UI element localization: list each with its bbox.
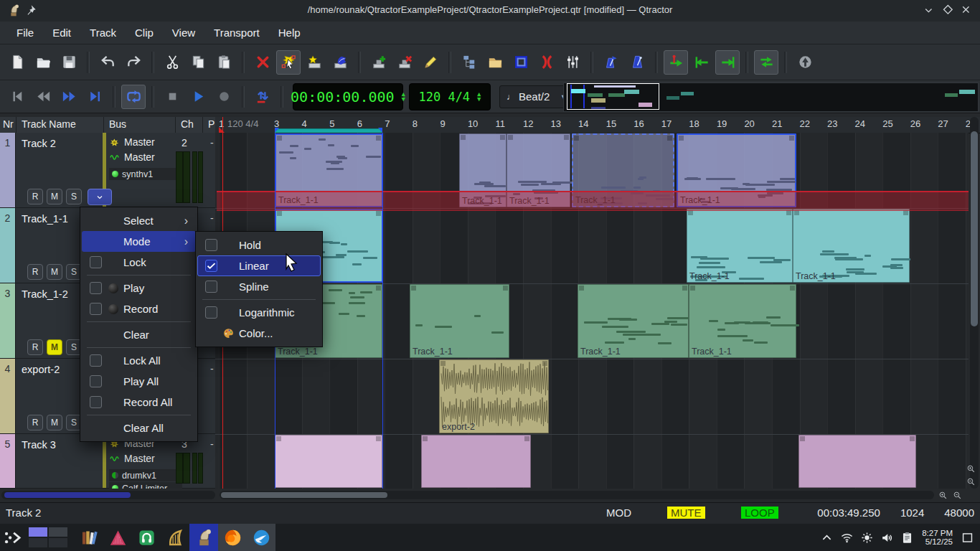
track-mute-button[interactable]: M — [47, 339, 62, 355]
clip[interactable] — [421, 435, 531, 488]
tempo-display[interactable]: 120 4/4 ▲▼ — [409, 83, 491, 110]
timeline-ruler[interactable]: 1120 4/434567891011121314151617181920212… — [215, 117, 980, 133]
automation-menu-item-lock-all[interactable]: Lock All — [82, 350, 196, 371]
automation-menu-item-play-all[interactable]: Play All — [82, 371, 196, 392]
copy-button[interactable] — [186, 50, 210, 75]
mode-submenu-item-spline[interactable]: Spline — [197, 276, 321, 297]
timeline-hscrollbar[interactable] — [220, 491, 934, 499]
track-plugin[interactable]: drumkv1 — [109, 469, 182, 481]
clip[interactable]: Track_1-1 — [687, 209, 793, 283]
taskbar-app-ardour-icon[interactable] — [103, 524, 132, 551]
checked-checkbox[interactable] — [205, 260, 217, 272]
view-meter-strips-button[interactable] — [560, 50, 585, 75]
session-overview-minimap[interactable] — [563, 83, 979, 112]
timeline-area[interactable]: Track_1-1Track_1-1Track_1-1Track_1-1Trac… — [215, 133, 969, 489]
clip[interactable]: Track_1-1 — [578, 284, 689, 358]
mode-submenu-item-logarithmic[interactable]: Logarithmic — [197, 302, 321, 323]
time-display[interactable]: 00:00:00.000 ▲▼ — [293, 83, 403, 110]
track-automation-dropdown[interactable] — [88, 189, 112, 205]
menu-clip[interactable]: Clip — [126, 24, 163, 42]
save-file-button[interactable] — [57, 50, 81, 75]
track-record-button[interactable]: R — [27, 415, 43, 430]
menu-view[interactable]: View — [163, 24, 204, 42]
track-record-button[interactable]: R — [27, 189, 43, 204]
undo-button[interactable] — [95, 50, 120, 75]
plugin-led-icon[interactable] — [112, 472, 118, 479]
track-solo-button[interactable]: S — [66, 189, 82, 204]
tray-wifi-icon[interactable] — [840, 531, 854, 545]
mode-submenu-item-hold[interactable]: Hold — [197, 235, 321, 255]
timeline-hscrollbar-thumb[interactable] — [221, 492, 387, 498]
view-files-button[interactable] — [457, 50, 481, 75]
track-row-track-2[interactable]: 1Track 2MasterMastersynthv12-RMS — [0, 133, 215, 208]
vzoom-in-button[interactable] — [965, 463, 977, 474]
automation-menu-item-clear[interactable]: Clear — [82, 324, 196, 345]
automation-menu-item-play[interactable]: Play — [82, 278, 196, 298]
checkbox[interactable] — [90, 396, 102, 408]
tray-volume-icon[interactable] — [880, 531, 894, 545]
taskbar-app-calibre-icon[interactable] — [75, 524, 103, 551]
taskbar-app-music-player-green-icon[interactable] — [132, 524, 161, 551]
menu-help[interactable]: Help — [269, 24, 310, 42]
rewind-button[interactable] — [31, 85, 55, 109]
app-launcher-icon[interactable] — [0, 524, 24, 551]
menu-transport[interactable]: Transport — [204, 24, 269, 42]
punch-set-button[interactable] — [664, 50, 688, 75]
panel-hscrollbar-thumb[interactable] — [4, 492, 131, 498]
automation-menu-item-lock[interactable]: Lock — [82, 252, 196, 273]
clip-new-button[interactable] — [302, 50, 326, 75]
menu-edit[interactable]: Edit — [43, 24, 80, 42]
track-record-button[interactable]: R — [27, 264, 43, 280]
track-plugin[interactable]: Calf Limiter — [109, 482, 182, 489]
taskbar-app-falkon-icon[interactable] — [247, 524, 275, 551]
loop-end-marker[interactable] — [378, 128, 382, 133]
automation-menu-item-select[interactable]: Select› — [82, 210, 196, 231]
clip[interactable] — [798, 435, 916, 488]
loop-start-marker[interactable] — [275, 128, 279, 133]
checkbox[interactable] — [90, 375, 102, 387]
track-mute-button[interactable]: M — [47, 415, 62, 430]
column-header-nr[interactable]: Nr — [3, 118, 14, 130]
checkbox[interactable] — [90, 303, 102, 315]
vertical-scrollbar-thumb[interactable] — [971, 131, 978, 326]
taskbar-clock[interactable]: 8:27 PM 5/12/25 — [922, 529, 953, 547]
mode-submenu-item-color-[interactable]: Color... — [197, 323, 321, 344]
loop-toggle-button[interactable] — [121, 85, 146, 109]
metronome-button[interactable] — [625, 50, 649, 75]
clip-navigate-button[interactable] — [328, 50, 352, 75]
column-header-track-name[interactable]: Track Name — [22, 118, 76, 130]
checkbox[interactable] — [205, 239, 217, 251]
auto-backward-button[interactable] — [250, 85, 275, 109]
checkbox[interactable] — [205, 281, 217, 293]
clip[interactable] — [275, 435, 382, 488]
menu-file[interactable]: File — [7, 24, 43, 42]
show-desktop-button[interactable] — [961, 531, 974, 545]
hzoom-in-button[interactable] — [937, 489, 949, 501]
loop-start-button[interactable] — [689, 50, 714, 75]
track-row-track-3[interactable]: 5Track 3MasterMasterdrumkv1Calf Limiter3… — [0, 434, 215, 489]
play-button[interactable] — [186, 85, 210, 109]
column-header-ch[interactable]: Ch — [181, 118, 194, 130]
panel-hscrollbar[interactable] — [1, 491, 215, 499]
tempo-spinner[interactable]: ▲▼ — [477, 92, 481, 102]
automation-menu-item-record-all[interactable]: Record All — [82, 392, 196, 413]
taskbar-app-qtractor-icon[interactable] — [189, 524, 218, 551]
tray-caret-up-icon[interactable] — [820, 531, 834, 545]
track-properties-button[interactable] — [418, 50, 443, 75]
playhead-flag[interactable] — [219, 127, 225, 133]
record-button[interactable] — [212, 85, 236, 109]
vzoom-out-button[interactable] — [965, 476, 977, 487]
minimize-button[interactable] — [923, 4, 937, 18]
cut-button[interactable] — [160, 50, 184, 75]
loop-set-button[interactable] — [754, 50, 778, 75]
track-mute-button[interactable]: M — [47, 189, 62, 204]
automation-menu-item-mode[interactable]: Mode› — [82, 231, 196, 252]
shortcuts-button[interactable] — [793, 50, 817, 75]
stop-button[interactable] — [160, 85, 184, 109]
virtual-desktop-pager[interactable] — [29, 527, 67, 547]
clip[interactable]: Track_1-1 — [410, 284, 509, 358]
clip[interactable]: export-2 — [439, 359, 549, 433]
plugin-led-icon[interactable] — [112, 171, 118, 177]
paste-button[interactable] — [212, 50, 236, 75]
view-mixer-button[interactable] — [509, 50, 533, 75]
